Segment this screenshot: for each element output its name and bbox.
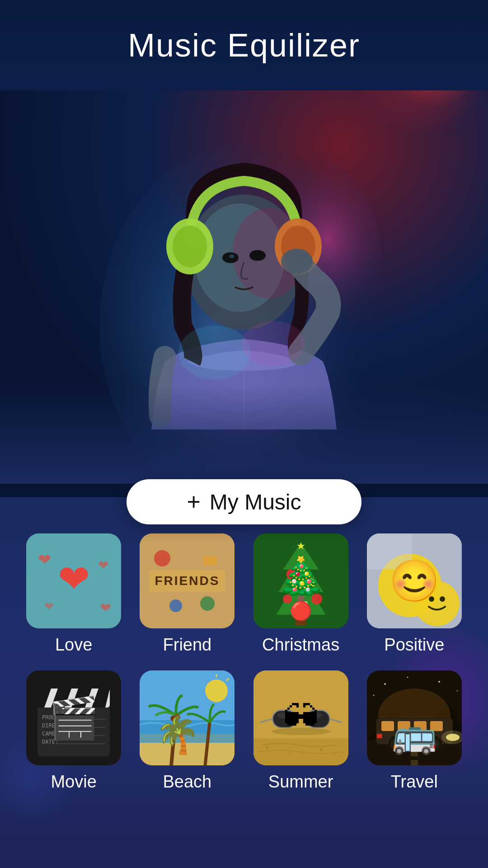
svg-point-73 <box>205 679 228 702</box>
svg-point-10 <box>173 226 207 267</box>
svg-rect-26 <box>160 573 170 590</box>
svg-point-89 <box>277 712 288 718</box>
svg-point-116 <box>431 741 436 747</box>
svg-point-45 <box>299 562 303 566</box>
svg-point-117 <box>384 683 386 685</box>
svg-point-82 <box>338 755 340 757</box>
svg-text:❤: ❤ <box>98 558 108 572</box>
svg-text:DATE:: DATE: <box>42 739 58 745</box>
svg-point-118 <box>407 677 408 678</box>
svg-point-112 <box>390 738 402 750</box>
category-thumb-travel <box>367 670 462 765</box>
svg-point-32 <box>154 550 170 566</box>
svg-rect-35 <box>203 556 216 565</box>
svg-point-15 <box>242 321 305 366</box>
svg-rect-22 <box>140 533 235 628</box>
svg-text:❤: ❤ <box>38 551 51 568</box>
category-label-positive: Positive <box>384 635 444 655</box>
svg-rect-84 <box>273 711 296 727</box>
category-summer[interactable]: Summer <box>252 670 350 792</box>
svg-rect-105 <box>398 721 410 731</box>
svg-rect-107 <box>430 721 443 731</box>
svg-rect-23 <box>149 572 225 591</box>
svg-rect-28 <box>182 573 192 590</box>
svg-rect-86 <box>307 711 329 727</box>
svg-rect-101 <box>398 721 410 731</box>
svg-rect-31 <box>215 573 225 590</box>
category-label-summer: Summer <box>268 772 333 792</box>
category-thumb-summer <box>253 670 348 765</box>
svg-point-33 <box>169 599 182 612</box>
svg-rect-55 <box>367 533 412 570</box>
svg-point-90 <box>311 712 322 718</box>
svg-rect-106 <box>414 721 427 731</box>
category-movie[interactable]: PROD: DIRECTOR: CAMERA: DATE: Movie <box>25 670 122 792</box>
svg-rect-94 <box>411 742 418 747</box>
person-figure <box>75 90 413 484</box>
svg-point-113 <box>394 741 399 747</box>
category-label-friend: Friend <box>163 635 212 655</box>
category-beach[interactable]: Beach <box>138 670 236 792</box>
svg-rect-30 <box>204 573 214 590</box>
category-thumb-friend: FRIENDS <box>140 533 235 628</box>
svg-point-14 <box>178 326 251 380</box>
category-label-christmas: Christmas <box>262 635 339 655</box>
svg-text:❤: ❤ <box>100 600 111 615</box>
my-music-button[interactable]: + My Music <box>127 479 361 524</box>
category-thumb-love: ❤ ❤ ❤ ❤ ❤ <box>26 533 121 628</box>
app-title: Music Equilizer <box>128 27 360 64</box>
svg-rect-95 <box>411 751 418 756</box>
category-thumb-movie: PROD: DIRECTOR: CAMERA: DATE: <box>26 670 121 765</box>
svg-point-79 <box>266 746 268 749</box>
plus-icon: + <box>187 490 200 514</box>
svg-rect-39 <box>296 614 306 625</box>
svg-rect-110 <box>377 734 382 738</box>
svg-rect-57 <box>38 702 110 756</box>
svg-point-46 <box>303 601 308 606</box>
bottom-section: ❤ ❤ ❤ ❤ ❤ Love FRIENDS <box>0 497 488 868</box>
svg-rect-27 <box>171 573 181 590</box>
category-positive[interactable]: Positive <box>366 533 463 655</box>
svg-rect-102 <box>414 721 427 731</box>
svg-text:FRIENDS: FRIENDS <box>152 572 222 590</box>
category-thumb-christmas: ★ <box>253 533 348 628</box>
category-friend[interactable]: FRIENDS Friend <box>138 533 236 655</box>
category-christmas[interactable]: ★ Christmas <box>252 533 350 655</box>
category-label-love: Love <box>55 635 92 655</box>
svg-rect-25 <box>150 573 160 590</box>
svg-text:★: ★ <box>296 540 305 552</box>
category-travel[interactable]: Travel <box>366 670 463 792</box>
svg-text:CAMERA:: CAMERA: <box>42 731 65 737</box>
category-label-beach: Beach <box>163 772 212 792</box>
svg-point-13 <box>281 249 313 274</box>
svg-point-51 <box>398 575 406 583</box>
categories-grid: ❤ ❤ ❤ ❤ ❤ Love FRIENDS <box>0 533 488 792</box>
my-music-label: My Music <box>210 490 301 514</box>
category-love[interactable]: ❤ ❤ ❤ ❤ ❤ Love <box>25 533 122 655</box>
svg-text:❤: ❤ <box>58 557 90 600</box>
svg-point-52 <box>413 575 422 583</box>
svg-point-81 <box>320 748 323 751</box>
svg-text:❤: ❤ <box>44 600 54 613</box>
svg-point-41 <box>305 578 315 588</box>
svg-point-91 <box>272 728 330 735</box>
svg-point-53 <box>429 596 434 602</box>
category-thumb-beach <box>140 670 235 765</box>
svg-point-8 <box>229 255 235 258</box>
svg-text:DIRECTOR:: DIRECTOR: <box>42 722 71 729</box>
svg-point-40 <box>286 569 297 580</box>
svg-point-119 <box>438 681 440 683</box>
category-label-movie: Movie <box>51 772 96 792</box>
app-header: Music Equilizer <box>0 0 488 90</box>
svg-point-71 <box>174 714 180 720</box>
svg-point-80 <box>289 753 291 755</box>
svg-point-50 <box>414 581 460 626</box>
svg-point-7 <box>249 250 266 261</box>
category-label-travel: Travel <box>391 772 438 792</box>
svg-rect-104 <box>381 721 394 731</box>
svg-rect-16 <box>26 533 121 628</box>
svg-text:PROD:: PROD: <box>42 714 58 721</box>
svg-point-42 <box>283 594 292 604</box>
svg-point-115 <box>428 738 440 750</box>
svg-point-54 <box>440 596 445 602</box>
